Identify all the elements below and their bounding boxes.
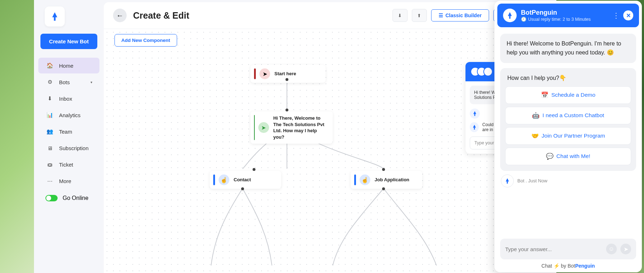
bot-message: Hi there! Welcome to BotPenguin. I'm her… [500,34,636,63]
main-content: ← Create & Edit ⬇ ⬆ ☰Classic Builder Imp… [104,2,556,273]
node-port[interactable] [286,109,288,111]
node-port[interactable] [241,187,244,190]
chat-input[interactable] [505,246,602,252]
download-icon: ⬇ [398,13,402,18]
preview-avatars [470,67,493,76]
chat-header: BotPenguin 🕘Usual reply time: 2 to 3 Min… [497,4,639,27]
node-color-bar [354,174,356,185]
penguin-icon [50,11,60,21]
option-schedule-demo[interactable]: 📅Schedule a Demo [505,86,631,104]
cursor-icon: ➤ [259,68,270,79]
node-port[interactable] [382,168,385,171]
create-new-bot-button[interactable]: Create New Bot [40,34,97,49]
node-label: Job Application [375,177,409,183]
team-icon: 👥 [45,128,54,135]
sidebar-item-label: Team [59,129,72,135]
sidebar-item-analytics[interactable]: 📊Analytics [38,107,99,123]
sidebar: Create New Bot 🏠Home ⚙Bots▾ ⬇Inbox 📊Anal… [34,0,104,273]
chat-footer: ☺ ➤ Chat ⚡ by BotPenguin [494,235,642,272]
chat-subtitle: 🕘Usual reply time: 2 to 3 Minutes [521,16,591,22]
sidebar-item-inbox[interactable]: ⬇Inbox [38,91,99,106]
sidebar-item-team[interactable]: 👥Team [38,124,99,139]
topbar: ← Create & Edit ⬇ ⬆ ☰Classic Builder Imp… [104,2,556,29]
help-question: How can I help you?👇 [505,73,631,86]
flow-node-contact[interactable]: ☝ Contact [210,171,281,189]
option-custom-chatbot[interactable]: 🤖I need a Custom Chatbot [505,107,631,124]
app-window: Create New Bot 🏠Home ⚙Bots▾ ⬇Inbox 📊Anal… [34,0,556,273]
chat-header-actions: ⋮ ✕ [613,10,633,20]
tap-icon: ☝ [360,174,370,185]
bot-timestamp: Bot . Just Now [517,178,547,183]
back-button[interactable]: ← [113,9,127,22]
page-title: Create & Edit [133,10,189,21]
sidebar-item-ticket[interactable]: 🎟Ticket [38,157,99,172]
bot-avatar [501,174,514,187]
close-chat-button[interactable]: ✕ [623,10,633,20]
node-label: Hi There, Welcome to The Tech Solutions … [273,115,327,140]
chat-widget: BotPenguin 🕘Usual reply time: 2 to 3 Min… [494,1,642,272]
sidebar-item-label: Home [59,63,73,69]
ticket-icon: 🎟 [45,161,54,168]
sidebar-item-bots[interactable]: ⚙Bots▾ [38,74,99,90]
help-block: How can I help you?👇 📅Schedule a Demo 🤖I… [500,68,636,171]
subscription-icon: 🖥 [45,145,54,151]
chat-input-row: ☺ ➤ [500,239,636,259]
classic-builder-button[interactable]: ☰Classic Builder [431,9,489,21]
emoji-button[interactable]: ☺ [606,244,617,254]
chat-logo [503,9,517,22]
sidebar-item-label: Ticket [59,162,73,168]
flow-node-welcome[interactable]: ➤ Hi There, Welcome to The Tech Solution… [250,111,333,144]
bots-icon: ⚙ [45,79,54,85]
flow-canvas[interactable]: Add New Component ➤ Start here ➤ [104,29,556,273]
robot-icon: 🤖 [532,112,540,119]
node-color-bar [213,174,215,185]
analytics-icon: 📊 [45,112,54,118]
option-partner-program[interactable]: 🤝Join Our Partner Program [505,127,631,145]
sidebar-item-label: Bots [59,79,70,85]
tap-icon: ☝ [219,174,229,185]
node-label: Contact [234,177,251,183]
inbox-icon: ⬇ [45,95,54,102]
add-new-component-button[interactable]: Add New Component [114,34,177,47]
option-chat-with-me[interactable]: 💬Chat with Me! [505,148,631,165]
kebab-menu-icon[interactable]: ⋮ [613,11,620,20]
upload-button[interactable]: ⬆ [412,9,427,22]
sidebar-item-more[interactable]: ⋯More [38,173,99,189]
powered-by: Chat ⚡ by BotPenguin [500,259,636,270]
handshake-icon: 🤝 [531,132,539,140]
sidebar-item-label: Subscription [59,145,89,151]
penguin-icon [470,122,479,132]
calendar-icon: 📅 [541,91,548,99]
chat-body: Hi there! Welcome to BotPenguin. I'm her… [494,30,642,235]
speech-icon: 💬 [546,153,553,160]
send-button[interactable]: ➤ [620,244,631,254]
sidebar-item-label: More [59,178,71,184]
home-icon: 🏠 [45,62,54,69]
sliders-icon: ☰ [439,13,443,18]
chevron-down-icon: ▾ [91,80,92,84]
bot-meta: Bot . Just Now [501,174,636,187]
app-logo[interactable] [45,6,65,27]
download-button[interactable]: ⬇ [392,9,408,22]
sidebar-item-subscription[interactable]: 🖥Subscription [38,140,99,156]
go-online-label: Go Online [63,195,88,201]
sidebar-item-label: Inbox [59,96,72,102]
node-port[interactable] [382,187,385,190]
node-color-bar [254,68,256,79]
node-port[interactable] [286,78,288,81]
sidebar-item-home[interactable]: 🏠Home [38,58,99,73]
clock-icon: 🕘 [521,16,527,22]
node-label: Start here [274,71,296,77]
more-icon: ⋯ [45,178,54,184]
sidebar-nav: 🏠Home ⚙Bots▾ ⬇Inbox 📊Analytics 👥Team 🖥Su… [34,57,104,190]
go-online-toggle[interactable]: Go Online [38,190,99,206]
bolt-icon: ⚡ [553,263,560,269]
chat-title: BotPenguin [521,9,591,16]
sidebar-item-label: Analytics [59,112,80,118]
node-color-bar [254,115,255,140]
arrow-left-icon: ← [116,11,123,20]
toggle-switch[interactable] [45,195,58,201]
node-port[interactable] [253,168,255,171]
flow-node-job[interactable]: ☝ Job Application [351,171,422,189]
penguin-icon [470,109,480,119]
